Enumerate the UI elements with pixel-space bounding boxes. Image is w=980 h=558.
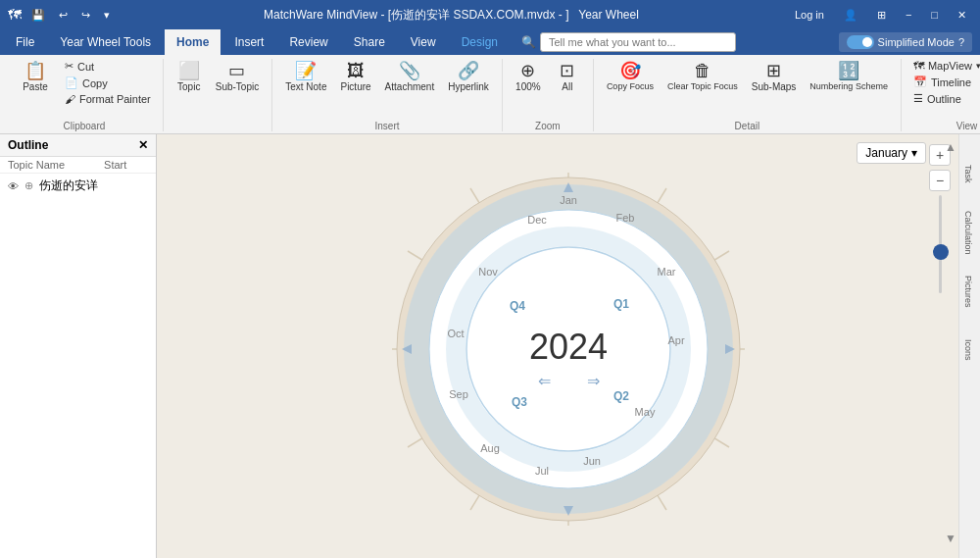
svg-text:Feb: Feb	[616, 212, 635, 224]
paste-button[interactable]: 📋 Paste	[14, 59, 57, 95]
tab-yearwheel[interactable]: Year Wheel Tools	[48, 29, 163, 55]
submaps-button[interactable]: ⊞ Sub-Maps	[747, 59, 802, 95]
zoom-group-label: Zoom	[511, 119, 585, 131]
task-tab[interactable]: Task	[959, 144, 977, 203]
svg-text:May: May	[635, 406, 656, 418]
zoom-out-button[interactable]: −	[929, 170, 951, 191]
topic-tree-icon: ⊕	[24, 179, 33, 192]
tab-home[interactable]: Home	[165, 29, 220, 55]
year-wheel[interactable]: Jan Feb Mar Apr May Jun Jul Aug Sep Oct	[382, 163, 755, 535]
pictures-tab[interactable]: Pictures	[959, 262, 977, 321]
svg-text:Oct: Oct	[447, 328, 464, 339]
maximize-button[interactable]: □	[925, 7, 944, 23]
zoom-track	[939, 195, 942, 293]
svg-text:Apr: Apr	[667, 334, 684, 346]
toggle-switch	[847, 35, 874, 49]
topic-group-label	[172, 129, 264, 131]
title-bar: 🗺 💾 ↩ ↪ ▾ MatchWare MindView - [伤逝的安详 SS…	[0, 0, 980, 29]
help-icon[interactable]: ?	[958, 36, 964, 48]
hyperlink-button[interactable]: 🔗 Hyperlink	[443, 59, 494, 95]
quick-save[interactable]: 💾	[27, 7, 49, 24]
zoom-panel: + −	[929, 144, 951, 293]
format-painter-button[interactable]: 🖌 Format Painter	[61, 92, 155, 106]
copy-button[interactable]: 📄 Copy	[61, 76, 155, 90]
quick-undo[interactable]: ↩	[55, 7, 72, 24]
scroll-down-button[interactable]: ▼	[945, 532, 956, 545]
copy-focus-button[interactable]: 🎯 Copy Focus	[602, 59, 659, 94]
scroll-up-button[interactable]: ▲	[945, 140, 956, 154]
ribbon-search[interactable]: 🔍	[521, 32, 827, 52]
tab-insert[interactable]: Insert	[222, 29, 275, 55]
mapview-button[interactable]: 🗺 MapView ▾	[909, 59, 980, 73]
wheel-svg: Jan Feb Mar Apr May Jun Jul Aug Sep Oct	[382, 163, 755, 535]
insert-group-content: 📝 Text Note 🖼 Picture 📎 Attachment 🔗 Hyp…	[280, 59, 494, 119]
calculation-tab[interactable]: Calculation	[959, 203, 977, 262]
dropdown-arrow-icon: ▾	[911, 146, 917, 160]
zoom-all-icon: ⊡	[560, 62, 574, 79]
col-start: Start	[104, 159, 126, 171]
outline-view-icon: ☰	[913, 92, 923, 105]
simplified-mode-toggle[interactable]: Simplified Mode ?	[839, 32, 972, 52]
close-button[interactable]: ✕	[952, 7, 972, 24]
svg-text:Q3: Q3	[512, 395, 527, 409]
main-area: Outline ✕ Topic Name Start 👁 ⊕ 伤逝的安详 Jan…	[0, 134, 980, 558]
topic-button[interactable]: ⬜ Topic	[172, 59, 207, 95]
topic-icon: ⬜	[178, 62, 200, 79]
submaps-icon: ⊞	[766, 62, 781, 79]
zoom-all-button[interactable]: ⊡ All	[550, 59, 585, 95]
format-painter-icon: 🖌	[65, 93, 75, 105]
insert-group: 📝 Text Note 🖼 Picture 📎 Attachment 🔗 Hyp…	[272, 59, 503, 131]
canvas[interactable]: January ▾ + −	[157, 134, 980, 558]
ribbon-tabs: File Year Wheel Tools Home Insert Review…	[0, 29, 980, 55]
numbering-button[interactable]: 🔢 Numbering Scheme	[805, 59, 893, 94]
window-icon[interactable]: ⊞	[871, 7, 892, 24]
copy-icon: 📄	[65, 76, 78, 89]
zoom-group: ⊕ 100% ⊡ All Zoom	[503, 59, 594, 131]
ribbon-content: 📋 Paste ✂ Cut 📄 Copy 🖌 Format Painter	[0, 55, 980, 133]
attachment-icon: 📎	[399, 62, 420, 79]
timeline-button[interactable]: 📅 Timeline	[909, 75, 980, 89]
icons-tab[interactable]: Icons	[959, 321, 977, 380]
zoom-percent-button[interactable]: ⊕ 100%	[511, 59, 546, 95]
login-button[interactable]: Log in	[789, 7, 830, 23]
svg-text:Jan: Jan	[560, 194, 577, 206]
title-bar-controls: Log in 👤 ⊞ − □ ✕	[789, 7, 972, 24]
picture-button[interactable]: 🖼 Picture	[335, 59, 375, 95]
outline-view-button[interactable]: ☰ Outline	[909, 91, 980, 106]
january-dropdown[interactable]: January ▾	[857, 142, 926, 164]
minimize-button[interactable]: −	[900, 7, 917, 23]
quick-more[interactable]: ▾	[100, 7, 114, 24]
quick-redo[interactable]: ↪	[77, 7, 94, 24]
search-input[interactable]	[540, 32, 736, 52]
tab-file[interactable]: File	[4, 29, 46, 55]
svg-text:Q2: Q2	[613, 389, 629, 403]
tab-share[interactable]: Share	[342, 29, 397, 55]
subtopic-button[interactable]: ▭ Sub-Topic	[211, 59, 264, 95]
topic-group: ⬜ Topic ▭ Sub-Topic	[164, 59, 272, 131]
tab-design[interactable]: Design	[450, 29, 510, 55]
outline-close-button[interactable]: ✕	[138, 138, 148, 152]
attachment-button[interactable]: 📎 Attachment	[380, 59, 440, 95]
svg-text:Mar: Mar	[658, 266, 676, 278]
tab-view[interactable]: View	[399, 29, 448, 55]
textnote-button[interactable]: 📝 Text Note	[280, 59, 331, 95]
clear-focus-button[interactable]: 🗑 Clear Topic Focus	[662, 59, 743, 94]
numbering-icon: 🔢	[838, 62, 859, 79]
account-icon[interactable]: 👤	[838, 7, 863, 24]
textnote-icon: 📝	[295, 62, 317, 79]
hyperlink-icon: 🔗	[458, 62, 479, 79]
list-item[interactable]: 👁 ⊕ 伤逝的安详	[0, 174, 156, 198]
search-icon: 🔍	[521, 35, 536, 49]
zoom-group-content: ⊕ 100% ⊡ All	[511, 59, 585, 119]
ribbon: File Year Wheel Tools Home Insert Review…	[0, 29, 980, 134]
app-icon: 🗺	[8, 7, 22, 23]
svg-text:2024: 2024	[529, 327, 608, 367]
svg-text:Dec: Dec	[527, 214, 547, 226]
clear-focus-icon: 🗑	[694, 62, 711, 79]
timeline-icon: 📅	[913, 76, 927, 88]
zoom-slider[interactable]	[936, 195, 944, 293]
zoom-thumb[interactable]	[933, 244, 949, 260]
cut-button[interactable]: ✂ Cut	[61, 59, 155, 74]
svg-text:Q4: Q4	[510, 299, 525, 313]
tab-review[interactable]: Review	[277, 29, 339, 55]
